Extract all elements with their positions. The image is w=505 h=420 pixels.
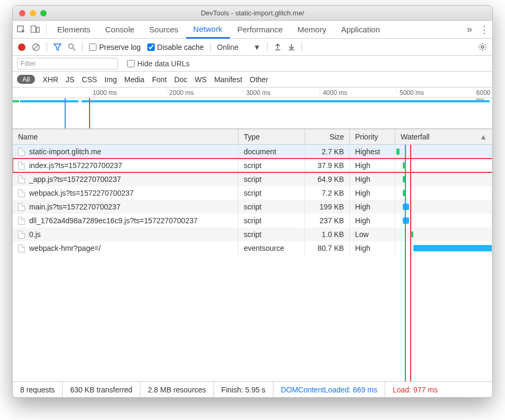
request-priority: High <box>350 186 395 200</box>
request-size: 7.2 KB <box>305 186 350 200</box>
table-row[interactable]: dll_1762a4d98a7289ec16c9.js?ts=157227070… <box>13 214 492 228</box>
minimize-icon[interactable] <box>30 10 36 16</box>
tick-label: 5000 ms <box>400 89 424 97</box>
type-filter-xhr[interactable]: XHR <box>42 75 58 84</box>
request-type: script <box>238 186 305 200</box>
request-priority: High <box>350 214 395 228</box>
request-size: 37.9 KB <box>305 159 350 172</box>
request-type: eventsource <box>238 241 305 255</box>
timeline-overview[interactable]: 1000 ms2000 ms3000 ms4000 ms5000 ms6000 … <box>13 88 492 129</box>
file-icon <box>18 217 25 225</box>
throttle-label: Online <box>217 43 238 51</box>
type-filter-font[interactable]: Font <box>152 75 167 84</box>
type-filter-img[interactable]: Img <box>104 75 117 84</box>
waterfall-cell <box>395 172 492 186</box>
request-priority: High <box>350 172 395 186</box>
request-size: 237 KB <box>305 214 350 228</box>
waterfall-cell <box>395 214 492 228</box>
tick-label: 4000 ms <box>323 89 347 97</box>
inspect-icon[interactable] <box>17 25 25 34</box>
request-size: 2.7 KB <box>305 145 350 159</box>
devtools-window: DevTools - static-import.glitch.me/ Elem… <box>12 5 493 398</box>
type-filter-ws[interactable]: WS <box>195 75 207 84</box>
network-table: Name Type Size Priority Waterfall▲ stati… <box>13 129 492 381</box>
filter-icon[interactable] <box>54 43 61 51</box>
clear-icon[interactable] <box>32 43 40 51</box>
type-filter-media[interactable]: Media <box>125 75 145 84</box>
preserve-log-label: Preserve log <box>99 43 141 51</box>
tab-performance[interactable]: Performance <box>230 21 290 39</box>
waterfall-cell <box>395 186 492 200</box>
svg-line-6 <box>73 48 76 51</box>
table-row[interactable]: webpack-hmr?page=/eventsource80.7 KBHigh <box>13 241 492 255</box>
col-priority[interactable]: Priority <box>350 129 395 144</box>
col-type[interactable]: Type <box>238 129 305 144</box>
file-icon <box>18 231 25 239</box>
preserve-log-checkbox[interactable]: Preserve log <box>89 43 141 51</box>
waterfall-cell <box>395 200 492 214</box>
record-button[interactable] <box>18 43 25 51</box>
type-filter-css[interactable]: CSS <box>82 75 97 84</box>
zoom-icon[interactable] <box>40 10 47 16</box>
svg-rect-1 <box>31 26 36 32</box>
tab-application[interactable]: Application <box>334 21 387 39</box>
waterfall-cell <box>395 228 492 241</box>
hide-data-urls-checkbox[interactable]: Hide data URLs <box>127 59 190 68</box>
request-name: dll_1762a4d98a7289ec16c9.js?ts=157227070… <box>29 216 198 225</box>
type-filter-all[interactable]: All <box>17 75 35 84</box>
file-icon <box>18 148 25 156</box>
request-size: 64.9 KB <box>305 172 350 186</box>
svg-rect-2 <box>37 28 39 33</box>
tab-elements[interactable]: Elements <box>50 21 98 39</box>
table-row[interactable]: static-import.glitch.medocument2.7 KBHig… <box>13 145 492 159</box>
kebab-menu-icon[interactable]: ⋮ <box>480 24 488 36</box>
upload-icon[interactable] <box>274 43 281 51</box>
download-icon[interactable] <box>288 43 295 51</box>
type-filter-other[interactable]: Other <box>250 75 268 84</box>
transferred: 630 KB transferred <box>63 382 140 397</box>
search-icon[interactable] <box>68 43 76 51</box>
request-name: index.js?ts=1572270700237 <box>29 161 122 170</box>
tab-network[interactable]: Network <box>186 21 230 39</box>
device-toggle-icon[interactable] <box>31 25 40 33</box>
waterfall-cell <box>395 145 492 159</box>
settings-icon[interactable] <box>478 42 487 51</box>
tab-memory[interactable]: Memory <box>290 21 334 39</box>
window-controls <box>13 10 47 16</box>
tab-console[interactable]: Console <box>98 21 142 39</box>
waterfall-cell <box>395 241 492 255</box>
close-icon[interactable] <box>19 10 25 16</box>
svg-point-7 <box>481 46 484 48</box>
type-filter-js[interactable]: JS <box>66 75 74 84</box>
request-priority: High <box>350 159 395 172</box>
hide-data-urls-label: Hide data URLs <box>137 59 190 68</box>
disable-cache-checkbox[interactable]: Disable cache <box>147 43 204 51</box>
filter-input[interactable]: Filter <box>17 58 118 69</box>
tab-sources[interactable]: Sources <box>142 21 186 39</box>
more-tabs-icon[interactable]: » <box>467 24 472 35</box>
tick-label: 2000 ms <box>170 89 194 97</box>
table-row[interactable]: 0.jsscript1.0 KBLow <box>13 228 492 241</box>
throttle-select[interactable]: Online ▼ <box>217 43 261 51</box>
network-toolbar: Preserve log Disable cache Online ▼ <box>13 39 492 56</box>
table-body: static-import.glitch.medocument2.7 KBHig… <box>13 145 492 381</box>
col-name[interactable]: Name <box>13 129 238 144</box>
col-waterfall[interactable]: Waterfall▲ <box>395 129 492 144</box>
type-filter-doc[interactable]: Doc <box>174 75 188 84</box>
svg-point-5 <box>69 44 74 49</box>
request-size: 199 KB <box>305 200 350 214</box>
request-type: script <box>238 159 305 172</box>
type-filter-manifest[interactable]: Manifest <box>214 75 242 84</box>
filter-row: Filter Hide data URLs <box>13 56 492 72</box>
request-type: script <box>238 172 305 186</box>
table-row[interactable]: index.js?ts=1572270700237script37.9 KBHi… <box>13 159 492 172</box>
table-row[interactable]: main.js?ts=1572270700237script199 KBHigh <box>13 200 492 214</box>
request-type: script <box>238 228 305 241</box>
table-row[interactable]: _app.js?ts=1572270700237script64.9 KBHig… <box>13 172 492 186</box>
request-size: 80.7 KB <box>305 241 350 255</box>
request-priority: Low <box>350 228 395 241</box>
request-size: 1.0 KB <box>305 228 350 241</box>
col-size[interactable]: Size <box>305 129 350 144</box>
table-row[interactable]: webpack.js?ts=1572270700237script7.2 KBH… <box>13 186 492 200</box>
request-name: 0.js <box>29 230 41 239</box>
